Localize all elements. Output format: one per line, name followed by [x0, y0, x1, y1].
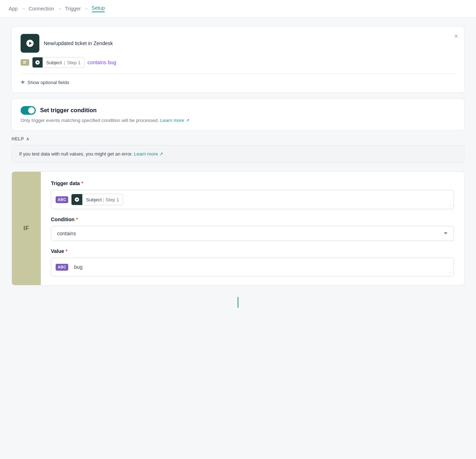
zendesk-logo: [21, 34, 39, 53]
value-resize-handle: ⌟: [449, 269, 451, 274]
trigger-data-required: *: [81, 180, 83, 186]
breadcrumb-arrow-3: →: [84, 6, 89, 12]
value-input[interactable]: ABC bug ⌟: [51, 258, 454, 276]
breadcrumb-arrow-2: →: [57, 6, 62, 12]
breadcrumb: App → Connection → Trigger → Setup: [0, 0, 476, 18]
if-card: IF Trigger data * ABC Subject |: [12, 171, 464, 285]
abc-badge-value: ABC: [56, 264, 68, 271]
zendesk-chip-icon: [33, 57, 43, 67]
condition-text: contains bug: [87, 60, 116, 65]
zendesk-title: New/updated ticket in Zendesk: [44, 40, 113, 46]
show-optional-fields-button[interactable]: 👁 Show optional fields: [21, 80, 69, 85]
condition-row: IF Subject | Step 1 contains bug: [21, 57, 455, 68]
trigger-learn-more-link[interactable]: Learn more ↗: [160, 118, 190, 123]
trigger-condition-section: Set trigger condition Only trigger event…: [12, 99, 464, 131]
resize-handle: ⌟: [449, 202, 451, 207]
connector-line: [238, 297, 238, 308]
trigger-condition-desc: Only trigger events matching specified c…: [21, 118, 455, 123]
zendesk-header: New/updated ticket in Zendesk: [21, 34, 455, 53]
subject-chip[interactable]: Subject | Step 1: [32, 57, 85, 68]
value-text: bug: [71, 263, 85, 271]
if-content: Trigger data * ABC Subject | Step 1: [41, 172, 464, 285]
condition-select[interactable]: contains does not contain equals does no…: [51, 226, 454, 241]
subject-chip-text: Subject | Step 1: [43, 58, 85, 67]
main-content: × New/updated ticket in Zendesk IF: [0, 18, 476, 319]
eye-icon: 👁: [21, 80, 25, 85]
top-section: × New/updated ticket in Zendesk IF: [12, 26, 464, 93]
chevron-up-icon: ∧: [26, 136, 30, 141]
close-button[interactable]: ×: [454, 32, 458, 40]
trigger-condition-title: Set trigger condition: [40, 107, 96, 114]
breadcrumb-connection[interactable]: Connection: [29, 6, 54, 12]
value-label: Value *: [51, 248, 454, 254]
breadcrumb-app[interactable]: App: [9, 6, 18, 12]
value-required: *: [65, 248, 67, 254]
subject-chip-large-text: Subject | Step 1: [82, 196, 123, 204]
subject-chip-large: Subject | Step 1: [71, 194, 123, 205]
trigger-data-label: Trigger data *: [51, 180, 454, 186]
if-badge: IF: [21, 59, 29, 66]
breadcrumb-trigger[interactable]: Trigger: [65, 6, 81, 12]
breadcrumb-arrow-1: →: [21, 6, 26, 12]
trigger-data-input[interactable]: ABC Subject | Step 1 ⌟: [51, 190, 454, 209]
trigger-condition-toggle[interactable]: [21, 106, 36, 115]
divider: [21, 74, 455, 74]
trigger-header: Set trigger condition: [21, 106, 455, 115]
external-link-icon-2: ↗: [159, 151, 163, 157]
condition-required: *: [76, 217, 78, 222]
help-box: If you test data with null values, you m…: [12, 145, 464, 163]
help-toggle-button[interactable]: HELP ∧: [12, 136, 30, 141]
help-learn-more-link[interactable]: Learn more ↗: [134, 151, 163, 157]
bottom-connector: [12, 294, 464, 311]
help-section: HELP ∧ If you test data with null values…: [12, 136, 464, 163]
external-link-icon: ↗: [186, 118, 190, 123]
breadcrumb-setup[interactable]: Setup: [92, 5, 105, 12]
abc-badge-trigger: ABC: [56, 196, 68, 203]
if-sidebar: IF: [12, 172, 41, 285]
condition-label: Condition *: [51, 217, 454, 222]
zendesk-link[interactable]: Zendesk: [94, 40, 113, 46]
zendesk-chip-large-icon: [72, 194, 82, 205]
ticket-link[interactable]: ticket: [75, 40, 87, 46]
